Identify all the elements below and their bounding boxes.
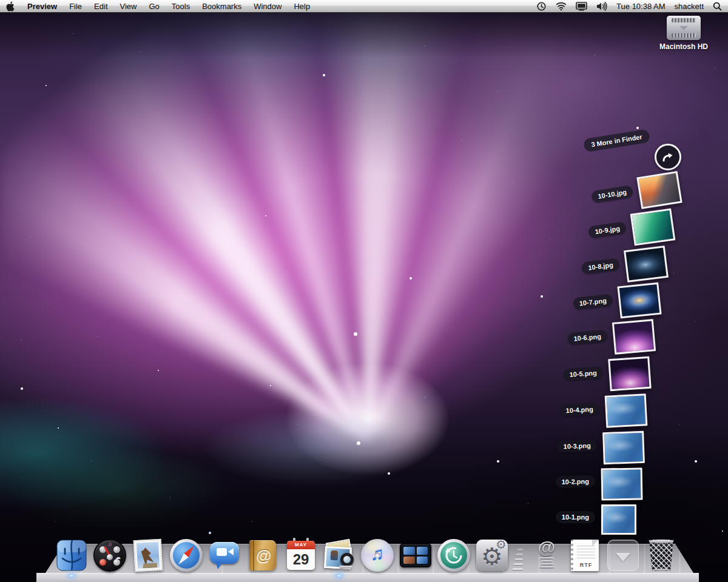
gear-icon-small: ⚙ bbox=[496, 540, 507, 550]
active-app-menu[interactable]: Preview bbox=[27, 2, 57, 11]
stack-item-label: 10-4.png bbox=[559, 403, 599, 416]
stack-item-10-4[interactable]: 10-4.png bbox=[605, 393, 648, 427]
menu-go[interactable]: Go bbox=[149, 2, 159, 11]
dock: ♫ ☁ bbox=[55, 535, 678, 572]
stack-item-thumbnail[interactable] bbox=[630, 209, 676, 246]
finder-icon bbox=[55, 538, 89, 572]
spaces-icon bbox=[399, 538, 433, 572]
stack-item-thumbnail[interactable] bbox=[601, 504, 636, 535]
running-indicator bbox=[335, 574, 343, 578]
safari-icon bbox=[169, 538, 203, 572]
spotlight-search-icon[interactable] bbox=[713, 2, 722, 11]
menu-view[interactable]: View bbox=[120, 2, 137, 11]
speech-bubble-tail bbox=[215, 561, 223, 569]
dock-separator bbox=[511, 536, 528, 572]
time-machine-dock-icon bbox=[437, 538, 471, 572]
stack-item-10-1[interactable]: 10-1.png bbox=[601, 504, 636, 535]
mail-stamp-icon bbox=[131, 538, 165, 572]
dock-preview[interactable] bbox=[322, 538, 356, 572]
loupe-base bbox=[339, 566, 352, 569]
stack-item-thumbnail[interactable] bbox=[602, 431, 645, 464]
cd-hole bbox=[375, 553, 380, 558]
displays-icon[interactable] bbox=[576, 2, 587, 11]
photo-subject bbox=[331, 550, 339, 561]
webloc-at-spring-icon: @ bbox=[530, 538, 564, 572]
stack-item-label: 10-10.jpg bbox=[591, 185, 633, 203]
down-arrow-icon bbox=[616, 553, 630, 561]
menu-window[interactable]: Window bbox=[254, 2, 281, 11]
menu-user[interactable]: shackett bbox=[675, 2, 704, 11]
rtf-document-icon: RTF bbox=[568, 538, 602, 572]
menu-bookmarks[interactable]: Bookmarks bbox=[202, 2, 241, 11]
stack-item-thumbnail[interactable] bbox=[612, 319, 656, 355]
menu-tools[interactable]: Tools bbox=[172, 2, 190, 11]
stack-item-10-2[interactable]: 10-2.png bbox=[601, 467, 643, 500]
stack-item-thumbnail[interactable] bbox=[601, 467, 643, 500]
show-in-finder-button[interactable] bbox=[655, 144, 681, 170]
dashboard-hub bbox=[107, 554, 113, 560]
dock-finder[interactable] bbox=[55, 538, 89, 572]
volume-icon[interactable] bbox=[596, 2, 607, 11]
stack-item-label: 10-7.png bbox=[573, 294, 613, 310]
calendar-month: MAY bbox=[287, 541, 315, 549]
dock-system-preferences[interactable]: ⚙ ⚙ bbox=[475, 538, 509, 572]
dock-stack-fan: 3 More in Finder 10-10.jpg 10-9.jpg 10-8… bbox=[0, 0, 728, 582]
stack-item-label: 10-6.png bbox=[567, 330, 608, 346]
stack-item-10-7[interactable]: 10-7.png bbox=[617, 283, 661, 319]
dock-ical[interactable]: MAY 29 bbox=[284, 538, 318, 572]
at-symbol: @ bbox=[256, 546, 271, 565]
stack-item-thumbnail[interactable] bbox=[608, 356, 652, 392]
stack-item-label: 10-2.png bbox=[556, 475, 596, 488]
dock-time-machine[interactable] bbox=[437, 538, 471, 572]
wifi-icon[interactable] bbox=[556, 2, 567, 11]
trash-base bbox=[653, 569, 670, 571]
stack-item-thumbnail[interactable] bbox=[624, 246, 669, 283]
dashboard-widget bbox=[113, 559, 120, 566]
dock-dashboard[interactable]: ♫ ☁ bbox=[93, 538, 127, 572]
dock-trash[interactable] bbox=[644, 538, 678, 572]
dock-itunes[interactable]: ♫ bbox=[360, 538, 394, 572]
dock-spaces[interactable] bbox=[399, 538, 433, 572]
stack-item-thumbnail[interactable] bbox=[636, 171, 682, 209]
dock-address-book[interactable]: @ bbox=[246, 538, 280, 572]
curved-arrow-icon bbox=[661, 150, 675, 164]
stack-item-10-8[interactable]: 10-8.jpg bbox=[624, 246, 669, 283]
dock-safari[interactable] bbox=[169, 538, 203, 572]
time-machine-icon[interactable] bbox=[536, 1, 547, 12]
menu-bar-status: Tue 10:38 AM shackett bbox=[536, 1, 722, 12]
open-stack-icon bbox=[606, 538, 640, 572]
stack-item-10-5[interactable]: 10-5.png bbox=[608, 356, 652, 392]
ical-icon: MAY 29 bbox=[284, 538, 318, 572]
book-spine bbox=[253, 540, 254, 570]
dock-open-stack[interactable] bbox=[606, 538, 640, 572]
stack-item-label: 10-9.jpg bbox=[588, 221, 627, 238]
dock-ichat[interactable] bbox=[207, 538, 241, 572]
trash-icon bbox=[644, 538, 678, 572]
dock-internet-location[interactable]: @ bbox=[530, 538, 564, 572]
dashboard-icon: ♫ ☁ bbox=[93, 538, 127, 572]
stack-item-10-6[interactable]: 10-6.png bbox=[612, 319, 656, 355]
preview-icon bbox=[322, 538, 356, 572]
dock-rtf-document[interactable]: RTF bbox=[568, 538, 602, 572]
address-book-icon: @ bbox=[246, 538, 280, 572]
stack-item-10-3[interactable]: 10-3.png bbox=[602, 431, 645, 464]
stack-item-label: 10-1.png bbox=[556, 511, 595, 523]
menu-edit[interactable]: Edit bbox=[94, 2, 107, 11]
stack-item-thumbnail[interactable] bbox=[617, 283, 661, 319]
stack-item-thumbnail[interactable] bbox=[605, 393, 648, 427]
menu-file[interactable]: File bbox=[69, 2, 82, 11]
dock-mail[interactable] bbox=[131, 538, 165, 572]
menu-clock[interactable]: Tue 10:38 AM bbox=[616, 2, 665, 11]
dashboard-widget-note: ♫ bbox=[108, 541, 112, 547]
stack-item-label: 10-8.jpg bbox=[581, 258, 620, 274]
stack-more-in-finder[interactable]: 3 More in Finder bbox=[583, 129, 650, 153]
stack-item-10-10[interactable]: 10-10.jpg bbox=[636, 171, 682, 209]
dashboard-widget bbox=[113, 546, 120, 553]
dashboard-widget bbox=[99, 559, 106, 566]
system-preferences-icon: ⚙ ⚙ bbox=[475, 538, 509, 572]
stack-item-10-9[interactable]: 10-9.jpg bbox=[630, 209, 676, 246]
stack-item-label: 10-5.png bbox=[563, 366, 603, 381]
apple-menu-icon[interactable] bbox=[6, 1, 15, 12]
rtf-badge: RTF bbox=[573, 562, 599, 568]
menu-help[interactable]: Help bbox=[294, 2, 310, 11]
